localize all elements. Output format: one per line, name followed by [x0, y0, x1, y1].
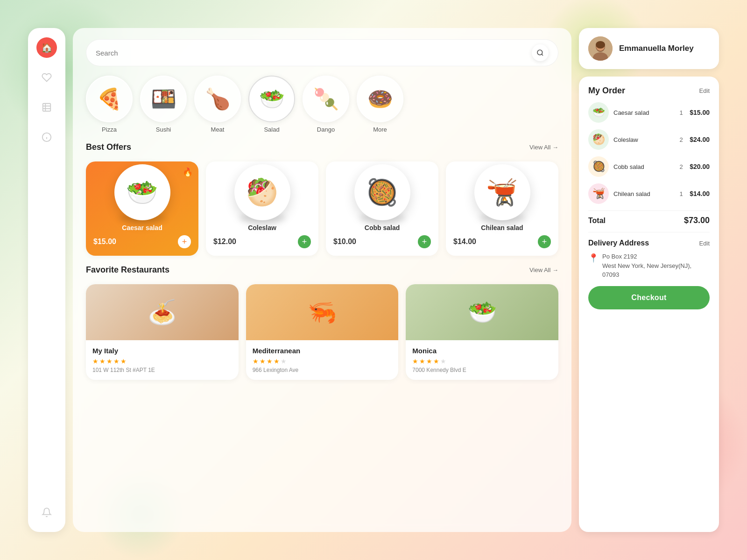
- svg-line-8: [542, 54, 543, 56]
- main-content: 🍕 Pizza 🍱 Sushi 🍗 Meat 🥗 Salad 🍡: [73, 28, 571, 532]
- fire-badge: 🔥: [183, 167, 193, 177]
- svg-point-13: [596, 41, 605, 49]
- sidebar-item-notifications[interactable]: [36, 502, 57, 523]
- order-item-cobb: 🥘 Cobb salad 2 $20.00: [588, 156, 710, 177]
- main-card: 🍕 Pizza 🍱 Sushi 🍗 Meat 🥗 Salad 🍡: [73, 28, 571, 532]
- food-name-coleslaw: Coleslaw: [248, 224, 276, 231]
- restaurant-monica[interactable]: 🥗 Monica ★★★★★ 7000 Kennedy Blvd E: [406, 284, 558, 380]
- restaurants-title: Favorite Restaurants: [86, 265, 169, 275]
- delivery-section: Delivery Address Edit 📍 Po Box 2192West …: [588, 232, 710, 280]
- order-item-coleslaw: 🥙 Coleslaw 2 $24.00: [588, 129, 710, 150]
- best-offers-view-all[interactable]: View All →: [529, 144, 558, 151]
- right-panel: Emmanuella Morley My Order Edit 🥗 Caesar…: [579, 28, 719, 532]
- restaurants-view-all[interactable]: View All →: [529, 266, 558, 273]
- search-button[interactable]: [532, 44, 549, 61]
- food-grid: 🔥 🥗 Caesar salad $15.00 + 🥙: [86, 161, 558, 256]
- delivery-edit-button[interactable]: Edit: [699, 240, 710, 247]
- food-card-cobb[interactable]: 🥘 Cobb salad $10.00 +: [326, 161, 438, 256]
- svg-point-7: [537, 50, 543, 55]
- order-total: Total $73.00: [588, 210, 710, 225]
- restaurant-mediterranean[interactable]: 🦐 Mediterranean ★★★★★ 966 Lexington Ave: [246, 284, 399, 380]
- best-offers-header: Best Offers View All →: [86, 142, 558, 152]
- sidebar-item-orders[interactable]: [36, 97, 57, 118]
- food-price-caesar: $15.00: [93, 238, 116, 246]
- restaurants-header: Favorite Restaurants View All →: [86, 265, 558, 275]
- order-item-chilean: 🫕 Chilean salad 1 $14.00: [588, 183, 710, 204]
- order-item-caesar: 🥗 Caesar salad 1 $15.00: [588, 102, 710, 123]
- delivery-address: Po Box 2192West New York, New Jersey(NJ)…: [602, 252, 710, 280]
- restaurant-addr-italy: 101 W 112th St #APT 1E: [92, 367, 232, 373]
- restaurant-stars-italy: ★★★★★: [92, 357, 232, 365]
- restaurant-stars-monica: ★★★★★: [412, 357, 552, 365]
- profile-card: Emmanuella Morley: [579, 28, 719, 69]
- restaurant-stars-mediterranean: ★★★★★: [253, 357, 392, 365]
- category-sushi[interactable]: 🍱 Sushi: [140, 76, 187, 133]
- add-caesar-button[interactable]: +: [178, 235, 191, 248]
- order-edit-button[interactable]: Edit: [699, 87, 710, 94]
- restaurant-name-monica: Monica: [412, 347, 552, 355]
- restaurant-addr-monica: 7000 Kennedy Blvd E: [412, 367, 552, 373]
- restaurant-grid: 🍝 My Italy ★★★★★ 101 W 112th St #APT 1E …: [86, 284, 558, 380]
- category-dango[interactable]: 🍡 Dango: [303, 76, 349, 133]
- sidebar-item-favorites[interactable]: [36, 67, 57, 88]
- restaurant-my-italy[interactable]: 🍝 My Italy ★★★★★ 101 W 112th St #APT 1E: [86, 284, 239, 380]
- restaurant-name-mediterranean: Mediterranean: [253, 347, 392, 355]
- food-card-caesar[interactable]: 🔥 🥗 Caesar salad $15.00 +: [86, 161, 198, 256]
- food-price-chilean: $14.00: [453, 238, 476, 246]
- food-name-chilean: Chilean salad: [481, 224, 523, 231]
- food-price-cobb: $10.00: [333, 238, 356, 246]
- search-bar: [86, 39, 558, 66]
- categories: 🍕 Pizza 🍱 Sushi 🍗 Meat 🥗 Salad 🍡: [86, 76, 558, 133]
- add-cobb-button[interactable]: +: [418, 235, 431, 248]
- order-title: My Order: [588, 86, 625, 96]
- food-name-caesar: Caesar salad: [122, 224, 162, 231]
- food-price-coleslaw: $12.00: [213, 238, 236, 246]
- map-pin-icon: 📍: [588, 253, 599, 263]
- user-name: Emmanuella Morley: [619, 43, 694, 54]
- category-more[interactable]: 🍩 More: [357, 76, 403, 133]
- svg-rect-0: [43, 104, 51, 112]
- restaurant-name-italy: My Italy: [92, 347, 232, 355]
- avatar: [588, 36, 613, 61]
- restaurant-addr-mediterranean: 966 Lexington Ave: [253, 367, 392, 373]
- add-chilean-button[interactable]: +: [538, 235, 551, 248]
- delivery-title: Delivery Address: [588, 239, 649, 247]
- food-card-coleslaw[interactable]: 🥙 Coleslaw $12.00 +: [206, 161, 318, 256]
- checkout-button[interactable]: Checkout: [588, 286, 710, 309]
- sidebar: 🏠: [28, 28, 65, 532]
- food-name-cobb: Cobb salad: [365, 224, 400, 231]
- sidebar-item-home[interactable]: 🏠: [36, 37, 57, 58]
- category-meat[interactable]: 🍗 Meat: [194, 76, 241, 133]
- best-offers-title: Best Offers: [86, 142, 131, 152]
- food-card-chilean[interactable]: 🫕 Chilean salad $14.00 +: [446, 161, 558, 256]
- order-card: My Order Edit 🥗 Caesar salad 1 $15.00 🥙 …: [579, 77, 719, 532]
- sidebar-item-info[interactable]: [36, 127, 57, 147]
- search-input[interactable]: [96, 49, 527, 57]
- category-salad[interactable]: 🥗 Salad: [248, 76, 295, 133]
- add-coleslaw-button[interactable]: +: [298, 235, 311, 248]
- category-pizza[interactable]: 🍕 Pizza: [86, 76, 133, 133]
